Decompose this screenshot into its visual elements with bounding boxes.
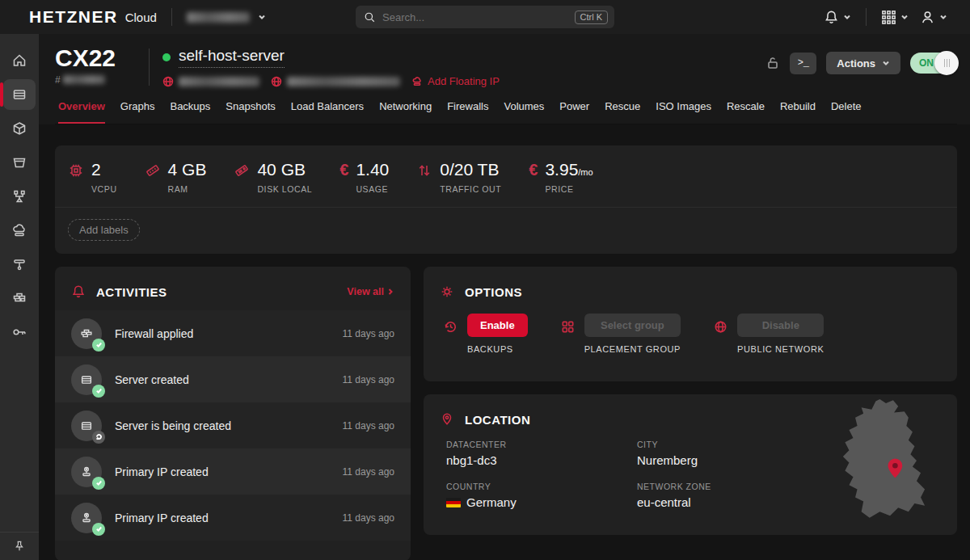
price-suffix: /mo — [578, 167, 593, 177]
tab-delete[interactable]: Delete — [831, 100, 862, 124]
chevron-down-icon — [900, 13, 909, 21]
topbar-actions — [824, 8, 947, 26]
search-bar[interactable]: Ctrl K — [356, 6, 614, 28]
floating-ip-icon — [11, 222, 27, 238]
server-type: CX22 — [55, 45, 144, 71]
power-state-label: ON — [919, 57, 934, 69]
server-name[interactable]: self-host-server — [179, 47, 285, 68]
server-icon — [11, 86, 27, 103]
globe-icon — [271, 76, 282, 87]
sidebar-pin-section[interactable] — [0, 532, 39, 560]
tab-overview[interactable]: Overview — [58, 100, 105, 124]
add-floating-ip-link[interactable]: Add Floating IP — [411, 75, 500, 87]
floating-ip-icon — [411, 76, 423, 87]
server-controls: >_ Actions ON — [765, 45, 957, 74]
notifications-menu[interactable] — [824, 10, 851, 25]
sidebar-item-firewalls[interactable] — [3, 283, 36, 314]
firewall-icon — [71, 318, 102, 349]
view-all-label: View all — [347, 286, 384, 297]
server-id-prefix: # — [55, 74, 61, 86]
activity-row: Primary IP created 11 days ago — [55, 495, 411, 541]
success-badge-icon — [92, 477, 105, 490]
sidebar-item-load-balancers[interactable] — [3, 181, 36, 212]
stat-ram: 4 GB RAM — [145, 160, 207, 194]
stat-label: TRAFFIC OUT — [440, 184, 501, 194]
server-tabs: Overview Graphs Backups Snapshots Load B… — [55, 87, 957, 124]
add-labels-button[interactable]: Add labels — [68, 219, 140, 241]
topbar: HETZNER Cloud Ctrl K — [0, 0, 970, 34]
option-label: BACKUPS — [467, 344, 528, 354]
primary-ip-icon — [71, 503, 102, 533]
apps-menu[interactable] — [881, 10, 909, 25]
tab-networking[interactable]: Networking — [379, 100, 432, 124]
tab-iso-images[interactable]: ISO Images — [656, 100, 711, 124]
sidebar-item-storage[interactable] — [3, 147, 36, 178]
option-label: PLACEMENT GROUP — [584, 344, 681, 354]
tab-graphs[interactable]: Graphs — [120, 100, 155, 124]
bucket-icon — [11, 154, 27, 171]
tab-firewalls[interactable]: Firewalls — [447, 100, 488, 124]
tab-backups[interactable]: Backups — [170, 100, 210, 124]
project-selector[interactable] — [187, 12, 266, 23]
activity-row: Server is being created 11 days ago — [55, 402, 411, 448]
tab-snapshots[interactable]: Snapshots — [226, 100, 275, 124]
select-group-button: Select group — [584, 314, 681, 337]
power-toggle[interactable]: ON — [910, 53, 957, 74]
ram-icon — [145, 162, 161, 179]
sidebar-item-security[interactable] — [3, 317, 36, 347]
activity-text: Primary IP created — [115, 512, 209, 524]
stat-value: 2 — [91, 160, 117, 179]
sidebar-item-networks[interactable] — [3, 249, 36, 280]
cube-icon — [11, 120, 27, 137]
activities-title: ACTIVITIES — [96, 285, 167, 299]
tab-power[interactable]: Power — [559, 100, 589, 124]
stat-value: 3.95/mo — [545, 160, 593, 179]
server-stats-panel: 2 VCPU 4 GB RAM 40 GB DISK LOCAL — [55, 145, 957, 254]
options-title: OPTIONS — [465, 285, 522, 299]
actions-button[interactable]: Actions — [826, 52, 900, 74]
enable-backups-button[interactable]: Enable — [467, 314, 528, 337]
view-all-link[interactable]: View all — [347, 286, 394, 297]
tab-rescue[interactable]: Rescue — [605, 100, 640, 124]
option-label: PUBLIC NETWORK — [737, 344, 824, 354]
ipv4-redacted — [179, 77, 259, 86]
server-id-redacted — [63, 75, 105, 84]
search-input[interactable] — [382, 11, 575, 23]
tab-rescale[interactable]: Rescale — [727, 100, 765, 124]
tab-rebuild[interactable]: Rebuild — [780, 100, 816, 124]
stat-traffic: 0/20 TB TRAFFIC OUT — [416, 160, 501, 194]
stat-price: € 3.95/mo PRICE — [529, 160, 593, 194]
field-label: COUNTRY — [446, 482, 637, 491]
user-menu[interactable] — [920, 10, 947, 25]
location-panel: LOCATION DATACENTER nbg1-dc3 CITY Nuremb… — [424, 394, 957, 535]
stat-value: 0/20 TB — [440, 160, 501, 179]
activity-time: 11 days ago — [343, 374, 395, 385]
chevron-right-icon — [386, 288, 394, 296]
germany-map — [824, 399, 947, 530]
header-divider — [149, 48, 150, 86]
field-label: DATACENTER — [446, 440, 637, 449]
disk-icon — [234, 162, 250, 179]
history-icon — [443, 319, 458, 335]
stat-label: DISK LOCAL — [257, 184, 312, 194]
console-button[interactable]: >_ — [790, 53, 816, 74]
sidebar-item-images[interactable] — [3, 113, 36, 144]
disable-network-button: Disable — [737, 314, 824, 337]
sidebar — [0, 34, 39, 560]
tab-volumes[interactable]: Volumes — [504, 100, 544, 124]
sidebar-item-floating-ips[interactable] — [3, 215, 36, 246]
pushpin-icon — [13, 540, 26, 553]
activity-text: Server created — [115, 373, 189, 386]
location-title: LOCATION — [465, 413, 530, 427]
unlock-icon[interactable] — [765, 56, 780, 70]
success-badge-icon — [92, 523, 105, 536]
sidebar-item-home[interactable] — [3, 45, 36, 76]
sidebar-item-servers[interactable] — [3, 79, 36, 110]
options-panel: OPTIONS Enable BACKUPS — [424, 267, 957, 381]
tab-load-balancers[interactable]: Load Balancers — [291, 100, 364, 124]
stat-disk: 40 GB DISK LOCAL — [234, 160, 312, 194]
globe-icon — [162, 76, 174, 87]
option-backups: Enable BACKUPS — [443, 314, 528, 354]
ipv6-redacted — [287, 77, 400, 86]
bell-icon — [824, 10, 839, 25]
